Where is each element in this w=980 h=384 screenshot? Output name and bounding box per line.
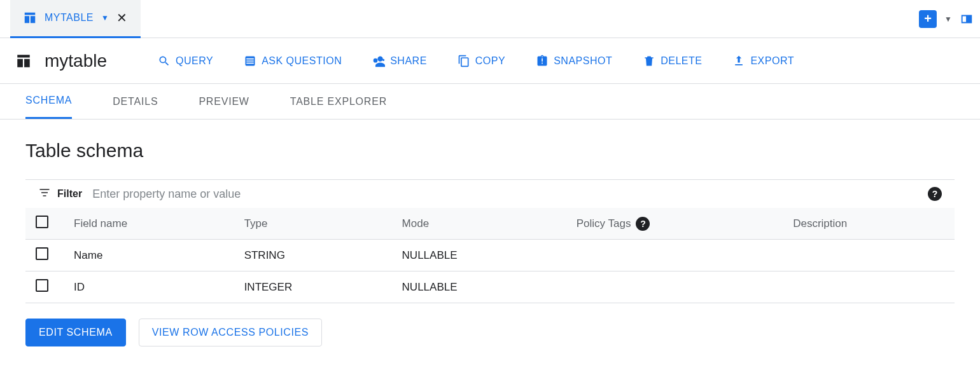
query-button[interactable]: QUERY xyxy=(158,55,213,67)
content-area: Table schema Filter ? Field name Type Mo… xyxy=(0,120,980,367)
edit-schema-button[interactable]: EDIT SCHEMA xyxy=(25,319,126,346)
row-checkbox[interactable] xyxy=(36,279,48,292)
table-row: ID INTEGER NULLABLE xyxy=(25,271,955,303)
tab-schema[interactable]: SCHEMA xyxy=(25,84,72,119)
cell-description xyxy=(783,271,955,303)
cell-mode: NULLABLE xyxy=(392,271,566,303)
panel-icon[interactable] xyxy=(960,12,974,26)
cell-policy xyxy=(566,240,783,271)
snapshot-button[interactable]: SNAPSHOT xyxy=(536,55,612,67)
copy-label: COPY xyxy=(475,55,505,67)
file-tab-bar: MYTABLE ▼ ✕ + ▼ xyxy=(0,0,980,38)
cell-description xyxy=(783,240,955,271)
tab-preview[interactable]: PREVIEW xyxy=(199,84,249,119)
delete-label: DELETE xyxy=(661,55,702,67)
table-header-row: Field name Type Mode Policy Tags ? Descr… xyxy=(25,208,955,240)
action-bar: QUERY ASK QUESTION SHARE COPY SNAPSHOT D… xyxy=(158,55,794,67)
copy-button[interactable]: COPY xyxy=(458,55,505,67)
help-icon[interactable]: ? xyxy=(636,217,650,231)
cell-type: INTEGER xyxy=(234,271,392,303)
export-button[interactable]: EXPORT xyxy=(732,55,794,67)
add-tab-button[interactable]: + xyxy=(919,10,937,28)
filter-input[interactable] xyxy=(92,188,918,201)
th-mode: Mode xyxy=(392,208,566,240)
table-name: mytable xyxy=(45,51,107,71)
dropdown-icon[interactable]: ▼ xyxy=(101,13,109,22)
cell-fieldname: ID xyxy=(64,271,234,303)
file-tab-label: MYTABLE xyxy=(45,12,94,24)
table-icon xyxy=(23,11,37,25)
query-label: QUERY xyxy=(176,55,213,67)
filter-label: Filter xyxy=(57,188,82,200)
cell-mode: NULLABLE xyxy=(392,240,566,271)
filter-icon xyxy=(38,186,51,202)
tab-table-explorer[interactable]: TABLE EXPLORER xyxy=(290,84,387,119)
cell-fieldname: Name xyxy=(64,240,234,271)
ask-label: ASK QUESTION xyxy=(262,55,342,67)
add-tab-dropdown-icon[interactable]: ▼ xyxy=(944,15,952,24)
tab-details[interactable]: DETAILS xyxy=(113,84,158,119)
th-fieldname: Field name xyxy=(64,208,234,240)
view-row-policies-button[interactable]: VIEW ROW ACCESS POLICIES xyxy=(139,319,322,346)
cell-policy xyxy=(566,271,783,303)
th-description: Description xyxy=(783,208,955,240)
delete-button[interactable]: DELETE xyxy=(643,55,702,67)
row-checkbox[interactable] xyxy=(36,247,48,260)
table-icon xyxy=(15,53,32,69)
close-icon[interactable]: ✕ xyxy=(116,10,128,25)
filter-label-group: Filter xyxy=(38,186,82,202)
th-policy: Policy Tags ? xyxy=(566,208,783,240)
th-type: Type xyxy=(234,208,392,240)
table-header: mytable QUERY ASK QUESTION SHARE COPY SN… xyxy=(0,38,980,84)
sub-nav: SCHEMA DETAILS PREVIEW TABLE EXPLORER xyxy=(0,84,980,120)
file-tab-mytable[interactable]: MYTABLE ▼ ✕ xyxy=(10,0,141,38)
section-title: Table schema xyxy=(25,140,955,161)
export-label: EXPORT xyxy=(750,55,794,67)
ask-question-button[interactable]: ASK QUESTION xyxy=(244,55,342,67)
help-icon[interactable]: ? xyxy=(928,187,942,201)
action-button-row: EDIT SCHEMA VIEW ROW ACCESS POLICIES xyxy=(25,319,955,346)
th-policy-label: Policy Tags xyxy=(577,217,631,230)
share-button[interactable]: SHARE xyxy=(372,55,427,67)
table-row: Name STRING NULLABLE xyxy=(25,240,955,271)
cell-type: STRING xyxy=(234,240,392,271)
snapshot-label: SNAPSHOT xyxy=(554,55,612,67)
share-label: SHARE xyxy=(390,55,427,67)
tabbar-right: + ▼ xyxy=(919,10,980,28)
schema-table: Field name Type Mode Policy Tags ? Descr… xyxy=(25,208,955,303)
select-all-checkbox[interactable] xyxy=(36,216,48,228)
filter-row: Filter ? xyxy=(25,179,955,208)
